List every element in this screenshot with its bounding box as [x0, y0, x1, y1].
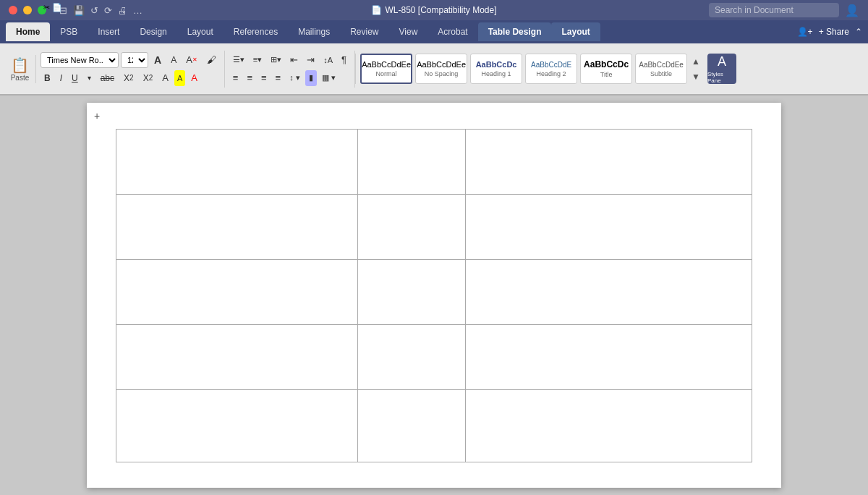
table-cell[interactable]	[116, 130, 358, 195]
style-heading1-preview: AaBbCcDc	[476, 60, 517, 69]
style-subtitle-label: Subtitle	[650, 70, 672, 77]
styles-pane-button[interactable]: A Styles Pane	[707, 54, 736, 84]
font-section: Times New Ro... 12 A A A✕ 🖌 B I U ▾ abc …	[36, 51, 225, 88]
show-hide-button[interactable]: ¶	[338, 52, 350, 68]
style-title-label: Title	[600, 71, 613, 78]
search-input[interactable]	[709, 3, 839, 17]
table-cell[interactable]	[466, 260, 752, 325]
table-cell[interactable]	[358, 390, 466, 462]
table-cell[interactable]	[358, 130, 466, 195]
tab-psb[interactable]: PSB	[50, 22, 88, 41]
shading-button[interactable]: ▮	[305, 70, 317, 86]
align-left-button[interactable]: ≡	[229, 70, 242, 86]
table-cell[interactable]	[116, 195, 358, 260]
document-area[interactable]: +	[0, 96, 868, 495]
table-cell[interactable]	[466, 130, 752, 195]
window-controls: ⊟ 💾 ↺ ⟳ 🖨 …	[9, 5, 142, 16]
expand-icon[interactable]: ⌃	[855, 27, 862, 37]
numbering-button[interactable]: ≡▾	[250, 52, 265, 68]
tab-layout[interactable]: Layout	[177, 22, 224, 41]
tab-home[interactable]: Home	[6, 22, 50, 41]
share-area[interactable]: 👤+ + Share ⌃	[797, 27, 862, 37]
clear-format-button[interactable]: A✕	[182, 52, 201, 68]
font-color-button[interactable]: A	[158, 70, 172, 86]
tab-review[interactable]: Review	[340, 22, 388, 41]
style-heading2-preview: AaBbCcDdE	[531, 61, 571, 69]
font-size-select[interactable]: 12	[121, 52, 148, 68]
multilevel-button[interactable]: ⊞▾	[267, 52, 285, 68]
subscript-button[interactable]: X2	[120, 70, 137, 86]
style-heading2[interactable]: AaBbCcDdE Heading 2	[525, 54, 577, 84]
tab-acrobat[interactable]: Acrobat	[427, 22, 477, 41]
tab-insert[interactable]: Insert	[88, 22, 129, 41]
table-add-icon[interactable]: +	[94, 110, 100, 122]
styles-nav: ▲ ▼	[690, 54, 702, 84]
document-table	[116, 129, 752, 462]
tab-view[interactable]: View	[389, 22, 428, 41]
styles-down-arrow[interactable]: ▼	[690, 72, 702, 82]
table-row	[116, 130, 752, 195]
align-center-button[interactable]: ≡	[243, 70, 256, 86]
highlight-button[interactable]: A	[174, 70, 185, 86]
title-bar: ⊟ 💾 ↺ ⟳ 🖨 … 📄 WL-850 [Compatibility Mode…	[0, 0, 868, 20]
strikethrough-button[interactable]: abc	[97, 70, 118, 86]
style-title[interactable]: AaBbCcDc Title	[580, 54, 632, 84]
increase-indent-button[interactable]: ⇥	[303, 52, 318, 68]
redo-icon[interactable]: ⟳	[104, 5, 112, 16]
table-cell[interactable]	[466, 390, 752, 462]
decrease-indent-button[interactable]: ⇤	[286, 52, 302, 68]
style-heading1[interactable]: AaBbCcDc Heading 1	[470, 54, 522, 84]
paste-label[interactable]: Paste	[11, 74, 30, 82]
align-right-button[interactable]: ≡	[258, 70, 271, 86]
print-icon[interactable]: 🖨	[118, 5, 127, 16]
bullets-button[interactable]: ☰▾	[229, 52, 248, 68]
tab-references[interactable]: References	[224, 22, 288, 41]
underline-button[interactable]: U	[68, 70, 82, 86]
table-row	[116, 260, 752, 325]
save-icon[interactable]: 💾	[73, 5, 85, 16]
title-bar-right: 👤	[709, 3, 859, 17]
style-subtitle[interactable]: AaBbCcDdEe Subtitle	[635, 54, 687, 84]
superscript-button[interactable]: X2	[140, 70, 157, 86]
tab-mailings[interactable]: Mailings	[288, 22, 340, 41]
paste-section: 📋 Paste ✂ 📄	[4, 55, 36, 83]
format-painter-button[interactable]: 🖌	[203, 52, 220, 68]
table-cell[interactable]	[116, 325, 358, 390]
style-no-spacing[interactable]: AaBbCcDdEe No Spacing	[415, 54, 467, 84]
justify-button[interactable]: ≡	[272, 70, 285, 86]
tab-table-layout[interactable]: Layout	[551, 22, 600, 41]
shrink-font-button[interactable]: A	[167, 52, 180, 68]
grow-font-button[interactable]: A	[150, 52, 165, 68]
style-no-spacing-label: No Spacing	[425, 70, 459, 77]
table-cell[interactable]	[466, 325, 752, 390]
table-cell[interactable]	[358, 195, 466, 260]
border-button[interactable]: ▦ ▾	[318, 70, 339, 86]
add-person-icon: 👤+	[797, 27, 813, 37]
table-cell[interactable]	[466, 195, 752, 260]
paste-icon: 📋	[11, 56, 29, 74]
tab-design[interactable]: Design	[129, 22, 176, 41]
italic-button[interactable]: I	[56, 70, 66, 86]
font-name-select[interactable]: Times New Ro...	[41, 52, 119, 68]
tab-table-design[interactable]: Table Design	[478, 22, 552, 41]
bold-button[interactable]: B	[41, 70, 54, 86]
table-cell[interactable]	[358, 325, 466, 390]
undo-icon[interactable]: ↺	[90, 5, 98, 16]
more-font-button[interactable]: ▾	[84, 70, 95, 86]
close-button[interactable]	[9, 6, 17, 14]
user-icon[interactable]: 👤	[845, 4, 859, 17]
style-normal[interactable]: AaBbCcDdEe Normal	[360, 54, 412, 84]
table-cell[interactable]	[116, 260, 358, 325]
sort-button[interactable]: ↕A	[320, 52, 336, 68]
line-spacing-button[interactable]: ↕ ▾	[286, 70, 304, 86]
styles-pane-icon: A	[718, 54, 726, 69]
style-title-preview: AaBbCcDc	[584, 59, 629, 69]
table-cell[interactable]	[116, 390, 358, 462]
table-cell[interactable]	[358, 260, 466, 325]
styles-up-arrow[interactable]: ▲	[690, 56, 702, 67]
font-color2-button[interactable]: A	[187, 70, 201, 86]
more-icon[interactable]: …	[133, 5, 142, 16]
minimize-button[interactable]	[23, 6, 32, 14]
table-row	[116, 195, 752, 260]
document-title: 📄 WL-850 [Compatibility Mode]	[371, 5, 496, 15]
